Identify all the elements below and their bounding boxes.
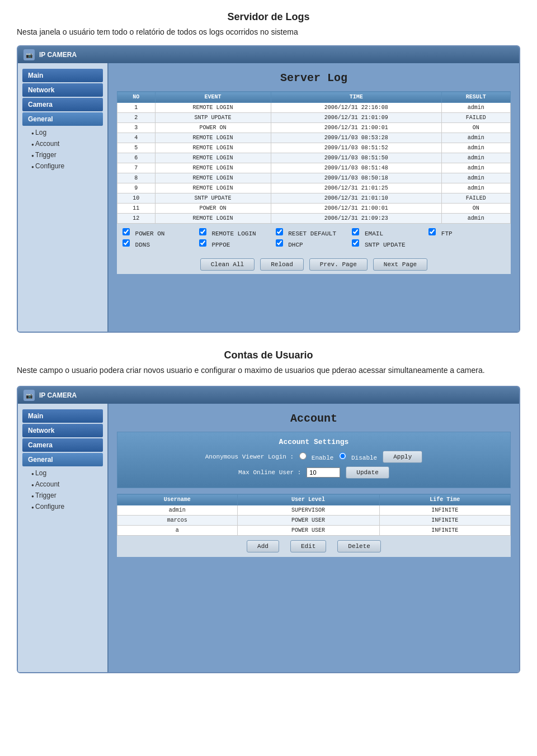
- log-table-cell: ON: [441, 123, 510, 133]
- log-table-row: 5REMOTE LOGIN2009/11/03 08:51:52admin: [117, 143, 511, 153]
- log-table-cell: admin: [441, 173, 510, 183]
- log-table-cell: POWER ON: [155, 204, 271, 214]
- filter-grid: POWER ON REMOTE LOGIN RESET DEFAULT EMAI…: [123, 228, 505, 248]
- log-table-row: 2SNTP UPDATE2006/12/31 21:01:09FAILED: [117, 113, 511, 123]
- section2-container: Contas de Usuario Neste campo o usuario …: [17, 349, 520, 375]
- filter-power-on[interactable]: POWER ON: [123, 228, 191, 237]
- filter-dhcp[interactable]: DHCP: [276, 239, 345, 248]
- sidebar-link-trigger[interactable]: Trigger: [22, 149, 103, 160]
- log-table-cell: 1: [117, 103, 156, 113]
- filter-ftp[interactable]: FTP: [428, 228, 497, 237]
- account-table-cell: SUPERVISOR: [237, 505, 379, 516]
- log-table-cell: 6: [117, 153, 156, 163]
- log-table-cell: 2: [117, 113, 156, 123]
- account-table-cell: marcos: [117, 516, 238, 526]
- log-table-cell: admin: [441, 153, 510, 163]
- sidebar-btn-general[interactable]: General: [22, 112, 103, 126]
- sidebar2-btn-network[interactable]: Network: [22, 424, 103, 437]
- filter-remote-login[interactable]: REMOTE LOGIN: [199, 228, 268, 237]
- section1-title: Servidor de Logs: [17, 11, 520, 23]
- log-table-cell: POWER ON: [155, 123, 271, 133]
- log-table-row: 4REMOTE LOGIN2009/11/03 08:53:28admin: [117, 133, 511, 143]
- enable-radio[interactable]: [299, 452, 307, 460]
- sidebar-btn-camera[interactable]: Camera: [22, 98, 103, 111]
- filter-ddns[interactable]: DDNS: [123, 239, 191, 248]
- log-table-cell: REMOTE LOGIN: [155, 183, 271, 193]
- server-log-title: Server Log: [117, 72, 511, 84]
- sidebar2-link-trigger[interactable]: Trigger: [22, 490, 103, 501]
- filter-sntp-update[interactable]: SNTP UPDATE: [352, 239, 421, 248]
- log-table-cell: 2009/11/03 08:53:28: [271, 133, 441, 143]
- sidebar2-link-account[interactable]: Account: [22, 479, 103, 490]
- camera-icon-2: 📷: [23, 390, 35, 401]
- enable-radio-label[interactable]: Enable: [299, 452, 333, 461]
- apply-button[interactable]: Apply: [383, 451, 422, 463]
- log-table-cell: REMOTE LOGIN: [155, 143, 271, 153]
- log-table-cell: 2006/12/31 21:01:10: [271, 193, 441, 204]
- window2-main: Account Account Settings Anonymous Viewe…: [107, 404, 519, 672]
- log-table-row: 11POWER ON2006/12/31 21:00:01ON: [117, 204, 511, 214]
- prev-page-button[interactable]: Prev. Page: [309, 258, 368, 271]
- log-table-cell: REMOTE LOGIN: [155, 133, 271, 143]
- sidebar2-btn-camera[interactable]: Camera: [22, 438, 103, 452]
- reload-button[interactable]: Reload: [260, 258, 304, 271]
- max-user-input[interactable]: [307, 467, 340, 478]
- log-table-cell: 4: [117, 133, 156, 143]
- log-table-cell: 8: [117, 173, 156, 183]
- window1-main: Server Log NO EVENT TIME RESULT 1REMOTE …: [107, 63, 519, 332]
- delete-button[interactable]: Delete: [337, 540, 381, 552]
- enable-label: Enable: [312, 455, 334, 461]
- edit-button[interactable]: Edit: [290, 540, 326, 552]
- acct-col-lifetime: Life Time: [379, 494, 510, 505]
- account-btn-row: Add Edit Delete: [117, 536, 511, 557]
- sidebar2-btn-main[interactable]: Main: [22, 409, 103, 423]
- account-settings-title: Account Settings: [129, 438, 499, 446]
- section2-title: Contas de Usuario: [17, 349, 520, 361]
- max-user-label: Max Online User :: [238, 469, 301, 476]
- sidebar-link-account[interactable]: Account: [22, 138, 103, 149]
- log-table-cell: SNTP UPDATE: [155, 113, 271, 123]
- col-no: NO: [117, 92, 156, 103]
- disable-radio-label[interactable]: Disable: [339, 452, 377, 461]
- clean-all-button[interactable]: Clean All: [200, 258, 255, 271]
- disable-radio[interactable]: [339, 452, 346, 460]
- section2-desc: Neste campo o usuario podera criar novos…: [17, 366, 520, 375]
- account-table-cell: POWER USER: [237, 516, 379, 526]
- account-table-cell: INFINITE: [379, 526, 510, 536]
- next-page-button[interactable]: Next Page: [373, 258, 427, 271]
- window1-title: IP CAMERA: [39, 51, 77, 59]
- log-table-cell: 2006/12/31 21:01:09: [271, 113, 441, 123]
- log-table-cell: 2006/12/31 22:16:08: [271, 103, 441, 113]
- log-table-cell: admin: [441, 163, 510, 173]
- account-table-cell: admin: [117, 505, 238, 516]
- anonymous-login-row: Anonymous Viewer Login : Enable Disable …: [129, 451, 499, 463]
- sidebar-btn-main[interactable]: Main: [22, 69, 103, 82]
- log-table-cell: 2009/11/03 08:51:52: [271, 143, 441, 153]
- log-table-cell: admin: [441, 143, 510, 153]
- log-table-cell: REMOTE LOGIN: [155, 163, 271, 173]
- log-table-cell: 2009/11/03 08:51:50: [271, 153, 441, 163]
- sidebar-btn-network[interactable]: Network: [22, 83, 103, 97]
- sidebar-link-configure[interactable]: Configure: [22, 160, 103, 172]
- filter-row: POWER ON REMOTE LOGIN RESET DEFAULT EMAI…: [117, 224, 511, 255]
- window2-titlebar: 📷 IP CAMERA: [18, 387, 519, 404]
- log-table-row: 9REMOTE LOGIN2006/12/31 21:01:25admin: [117, 183, 511, 193]
- sidebar2-link-configure[interactable]: Configure: [22, 501, 103, 512]
- filter-pppoe[interactable]: PPPOE: [199, 239, 268, 248]
- update-button[interactable]: Update: [346, 466, 389, 479]
- log-table-cell: REMOTE LOGIN: [155, 214, 271, 224]
- add-button[interactable]: Add: [247, 540, 279, 552]
- filter-reset-default[interactable]: RESET DEFAULT: [276, 228, 345, 237]
- account-settings-box: Account Settings Anonymous Viewer Login …: [117, 432, 511, 488]
- window1-body: Main Network Camera General Log Account …: [18, 63, 519, 332]
- sidebar2-link-log[interactable]: Log: [22, 467, 103, 479]
- log-table-cell: 2009/11/03 08:50:18: [271, 173, 441, 183]
- sidebar2-btn-general[interactable]: General: [22, 453, 103, 466]
- account-window: 📷 IP CAMERA Main Network Camera General …: [17, 386, 520, 673]
- log-table: NO EVENT TIME RESULT 1REMOTE LOGIN2006/1…: [117, 91, 511, 224]
- sidebar-link-log[interactable]: Log: [22, 127, 103, 138]
- account-table-row: adminSUPERVISORINFINITE: [117, 505, 511, 516]
- filter-email[interactable]: EMAIL: [352, 228, 421, 237]
- log-table-cell: SNTP UPDATE: [155, 193, 271, 204]
- log-table-cell: 11: [117, 204, 156, 214]
